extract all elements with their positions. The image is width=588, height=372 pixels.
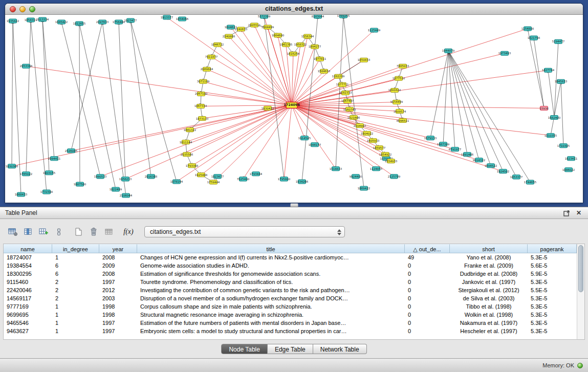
- table-cell[interactable]: 0: [405, 319, 450, 327]
- network-node[interactable]: 1221798: [528, 36, 540, 40]
- network-edge[interactable]: [167, 17, 292, 105]
- network-node[interactable]: 1961395: [280, 42, 293, 47]
- network-edge[interactable]: [292, 105, 379, 147]
- network-table-selector[interactable]: citations_edges.txt: [144, 226, 345, 237]
- column-header[interactable]: year: [99, 244, 137, 253]
- table-cell[interactable]: 5.3E-5: [528, 327, 577, 335]
- table-cell[interactable]: 0: [405, 311, 450, 319]
- network-node[interactable]: 1886022: [562, 168, 575, 172]
- network-node[interactable]: 3071199: [197, 79, 210, 83]
- network-node[interactable]: 1759444: [207, 180, 220, 184]
- table-cell[interactable]: 0: [405, 278, 450, 286]
- network-node[interactable]: 1210355: [545, 134, 557, 138]
- network-node[interactable]: 9014322: [473, 158, 485, 162]
- table-cell[interactable]: 2: [52, 278, 99, 286]
- network-node[interactable]: 1891466: [461, 152, 474, 157]
- table-cell[interactable]: 5.5E-5: [528, 286, 577, 294]
- network-node[interactable]: 1554933: [385, 159, 398, 163]
- network-node[interactable]: 1812655: [73, 21, 86, 26]
- table-cell[interactable]: Estimation of the future numbers of pati…: [137, 319, 405, 327]
- network-node[interactable]: 1925488: [195, 173, 208, 177]
- network-node[interactable]: 1616254: [287, 52, 300, 56]
- network-edge[interactable]: [119, 22, 125, 179]
- network-node[interactable]: 1811144: [180, 140, 192, 144]
- column-header[interactable]: name: [4, 244, 52, 253]
- network-node[interactable]: 1724094: [284, 102, 300, 108]
- network-node[interactable]: 2005511: [248, 23, 260, 27]
- table-options-icon[interactable]: [6, 226, 19, 238]
- table-cell[interactable]: de Silva et al. (2003): [450, 294, 528, 302]
- table-cell[interactable]: 18300295: [4, 270, 52, 278]
- table-cell[interactable]: Genome-wide association studies in ADHD.: [137, 261, 405, 270]
- network-node[interactable]: 1977811: [314, 57, 326, 61]
- network-node[interactable]: 1584633: [318, 69, 331, 73]
- network-edge[interactable]: [561, 81, 563, 145]
- tab-network-table[interactable]: Network Table: [313, 344, 367, 354]
- network-edge[interactable]: [229, 36, 292, 105]
- network-edge[interactable]: [125, 105, 292, 179]
- network-node[interactable]: 1903155: [43, 171, 56, 175]
- network-node[interactable]: 1827744: [542, 68, 555, 72]
- table-cell[interactable]: 5.6E-5: [528, 261, 577, 270]
- network-edge[interactable]: [211, 57, 292, 105]
- network-node[interactable]: 1160743: [343, 107, 356, 111]
- column-header[interactable]: short: [450, 244, 528, 253]
- network-node[interactable]: 1124855: [370, 167, 383, 171]
- table-cell[interactable]: 14569117: [4, 294, 52, 302]
- table-cell[interactable]: Estimation of significance thresholds fo…: [137, 270, 405, 278]
- table-cell[interactable]: Dudbridge et al. (2008): [450, 270, 528, 278]
- network-node[interactable]: 2097633: [96, 20, 109, 24]
- table-cell[interactable]: 18724007: [4, 253, 52, 261]
- network-edge[interactable]: [448, 51, 479, 160]
- network-node[interactable]: 7625400: [237, 177, 250, 181]
- network-edge[interactable]: [292, 70, 548, 105]
- column-header[interactable]: △ out_de...: [405, 244, 450, 253]
- network-node[interactable]: 2013334: [36, 17, 49, 21]
- table-cell[interactable]: 9465546: [4, 319, 52, 327]
- network-node[interactable]: 2125799: [388, 174, 401, 179]
- table-cell[interactable]: 1997: [99, 319, 137, 327]
- network-edge[interactable]: [292, 105, 503, 171]
- network-node[interactable]: 1664600: [272, 33, 285, 37]
- table-cell[interactable]: Hescheler et al. (1997): [450, 327, 528, 335]
- network-edge[interactable]: [292, 105, 479, 160]
- network-node[interactable]: 1765022: [20, 172, 32, 176]
- network-node[interactable]: 1793388: [186, 164, 199, 168]
- network-edge[interactable]: [12, 21, 13, 166]
- network-node[interactable]: 1691622: [388, 88, 401, 92]
- table-cell[interactable]: 5.3E-5: [528, 311, 577, 319]
- table-cell[interactable]: 2008: [99, 253, 137, 261]
- network-node[interactable]: 1830366: [6, 164, 18, 168]
- network-edge[interactable]: [292, 29, 528, 105]
- table-cell[interactable]: Corpus callosum shape and size in male p…: [137, 302, 405, 311]
- table-cell[interactable]: 5.3E-5: [528, 253, 577, 261]
- network-window-titlebar[interactable]: citations_edges.txt: [5, 4, 583, 15]
- network-node[interactable]: 1282299: [332, 74, 345, 78]
- network-node[interactable]: 8183044: [312, 15, 324, 18]
- table-cell[interactable]: 9463627: [4, 327, 52, 335]
- float-panel-icon[interactable]: [562, 209, 571, 217]
- network-node[interactable]: 2106044: [120, 193, 133, 198]
- column-header[interactable]: in_degree: [52, 244, 99, 253]
- network-node[interactable]: 1744655: [524, 180, 537, 184]
- network-node[interactable]: 1125449: [368, 28, 381, 32]
- network-node[interactable]: 1877510: [393, 76, 405, 80]
- network-edge[interactable]: [177, 105, 292, 181]
- network-edge[interactable]: [548, 70, 554, 117]
- network-node[interactable]: 7485033: [397, 64, 409, 68]
- network-edge[interactable]: [284, 105, 292, 179]
- network-edge[interactable]: [42, 19, 54, 159]
- network-node[interactable]: 1887500: [74, 182, 86, 186]
- network-node[interactable]: 1609574: [394, 110, 406, 114]
- network-edge[interactable]: [201, 105, 292, 106]
- import-table-icon[interactable]: [102, 226, 116, 238]
- table-cell[interactable]: Jankovic et al. (1997): [450, 278, 528, 286]
- network-edge[interactable]: [192, 105, 292, 165]
- table-cell[interactable]: 2: [52, 294, 99, 302]
- network-node[interactable]: 9154499: [390, 100, 403, 104]
- table-row[interactable]: 2242004622012Investigating the contribut…: [4, 286, 577, 294]
- table-cell[interactable]: 1998: [99, 311, 137, 319]
- table-row[interactable]: 1938455462009Genome-wide association stu…: [4, 261, 577, 270]
- table-cell[interactable]: Tourette syndrome. Phenomenology and cla…: [137, 278, 405, 286]
- network-node[interactable]: 1685422: [55, 20, 68, 24]
